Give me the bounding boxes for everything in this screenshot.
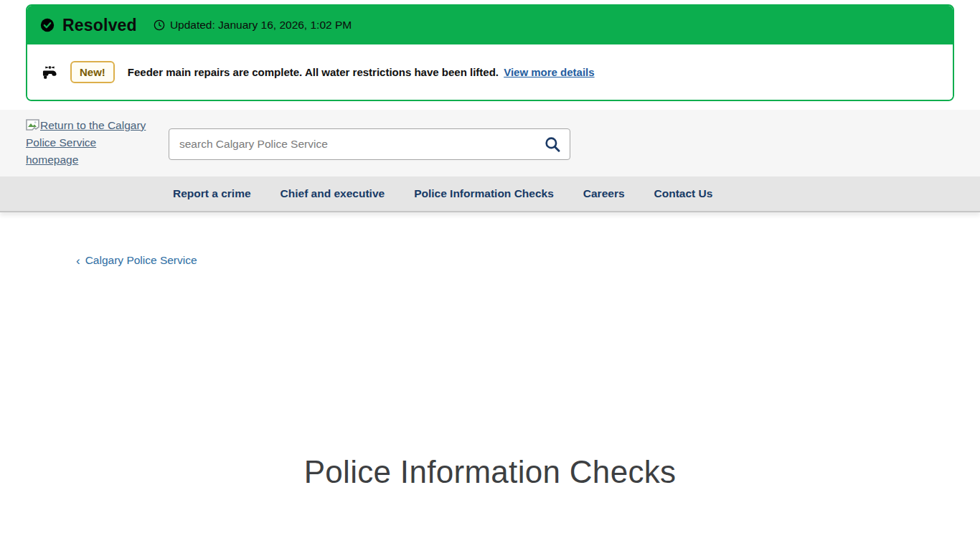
logo-alt-text: Return to the Calgary Police Service hom… [26,119,146,166]
nav-item-careers[interactable]: Careers [583,187,625,200]
check-circle-icon [40,18,55,32]
search-icon [543,135,562,154]
site-header: Return to the Calgary Police Service hom… [0,110,980,176]
alert-message: Feeder main repairs are complete. All wa… [128,66,595,78]
broken-image-icon [26,119,39,131]
homepage-logo-link[interactable]: Return to the Calgary Police Service hom… [26,117,149,169]
nav-item-contact-us[interactable]: Contact Us [654,187,713,200]
main-navigation: Report a crime Chief and executive Polic… [0,176,980,212]
page-title: Police Information Checks [0,454,980,490]
search-input[interactable] [169,128,570,160]
nav-item-chief-and-executive[interactable]: Chief and executive [281,187,385,200]
breadcrumb[interactable]: ‹ Calgary Police Service [76,254,197,267]
clock-icon [154,19,165,31]
chevron-left-icon: ‹ [76,255,80,267]
view-more-details-link[interactable]: View more details [504,66,594,78]
search-button[interactable] [540,133,565,156]
nav-item-report-a-crime[interactable]: Report a crime [173,187,251,200]
alert-message-text: Feeder main repairs are complete. All wa… [128,66,499,78]
status-label: Resolved [62,16,137,35]
status-header: Resolved Updated: January 16, 2026, 1:02… [27,6,953,44]
nav-item-police-information-checks[interactable]: Police Information Checks [414,187,554,200]
faucet-icon [40,62,60,82]
new-badge: New! [70,61,115,83]
updated-timestamp: Updated: January 16, 2026, 1:02 PM [170,19,352,32]
status-alert-card: Resolved Updated: January 16, 2026, 1:02… [26,4,954,101]
search-box [169,128,570,160]
status-body: New! Feeder main repairs are complete. A… [27,44,953,100]
breadcrumb-label: Calgary Police Service [85,254,197,267]
updated-wrap: Updated: January 16, 2026, 1:02 PM [154,19,352,32]
page: Resolved Updated: January 16, 2026, 1:02… [0,0,980,551]
